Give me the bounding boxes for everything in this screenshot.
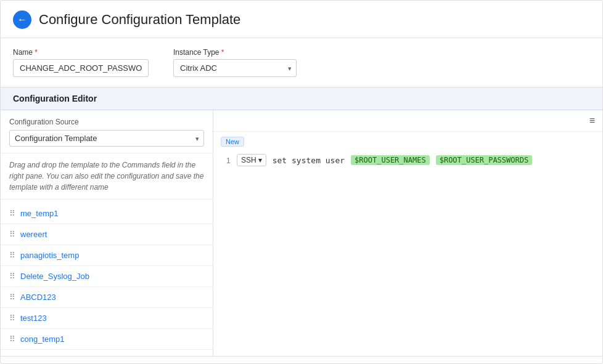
ssh-dropdown[interactable]: SSH ▾ xyxy=(237,154,266,166)
page-header: ← Configure Configuration Template xyxy=(1,1,602,38)
command-prefix: set system user xyxy=(273,156,345,165)
drag-handle-icon: ⠿ xyxy=(9,334,15,344)
template-name: wereert xyxy=(20,230,47,239)
back-button[interactable]: ← xyxy=(13,10,31,29)
config-source-select[interactable]: Configuration Template Saved Configurati… xyxy=(9,130,204,147)
instance-type-select-wrapper: Citrix ADC Citrix SD-WAN Citrix Gateway … xyxy=(173,59,297,77)
var1-badge: $ROOT_USER_NAMES xyxy=(351,155,430,165)
instance-type-group: Instance Type * Citrix ADC Citrix SD-WAN… xyxy=(173,48,297,77)
name-input[interactable] xyxy=(13,59,149,77)
template-name: test123 xyxy=(20,313,47,323)
drag-handle-icon: ⠿ xyxy=(9,293,15,302)
right-panel: ≡ New 1 SSH ▾ set system user $ROOT_USER… xyxy=(213,110,602,356)
form-row: Name * Instance Type * Citrix ADC Citrix… xyxy=(1,38,602,87)
list-item[interactable]: ⠿ panagiotis_temp xyxy=(1,245,213,266)
template-name: panagiotis_temp xyxy=(20,251,79,260)
new-badge: New xyxy=(221,137,244,147)
ssh-label: SSH xyxy=(241,156,256,164)
left-panel: Configuration Source Configuration Templ… xyxy=(1,110,213,356)
editor-body: Configuration Source Configuration Templ… xyxy=(1,110,602,357)
line-number: 1 xyxy=(221,156,231,165)
command-line: 1 SSH ▾ set system user $ROOT_USER_NAMES… xyxy=(221,154,595,166)
name-group: Name * xyxy=(13,48,149,77)
drag-handle-icon: ⠿ xyxy=(9,272,15,281)
list-item[interactable]: ⠿ me_temp1 xyxy=(1,203,213,224)
list-item[interactable]: ⠿ ABCD123 xyxy=(1,287,213,308)
list-item[interactable]: ⠿ wereert xyxy=(1,224,213,245)
template-name: Delete_Syslog_Job xyxy=(20,272,89,281)
config-editor-header: Configuration Editor xyxy=(1,87,602,110)
drag-handle-icon: ⠿ xyxy=(9,251,15,260)
list-item[interactable]: ⠿ cong_temp1 xyxy=(1,329,213,350)
config-editor-title: Configuration Editor xyxy=(13,94,97,103)
config-source-select-wrapper: Configuration Template Saved Configurati… xyxy=(9,130,204,147)
template-name: cong_temp1 xyxy=(20,334,65,344)
instance-type-required: * xyxy=(221,48,224,57)
drag-handle-icon: ⠿ xyxy=(9,230,15,239)
list-item[interactable]: ⠿ Delete_Syslog_Job xyxy=(1,266,213,287)
var2-badge: $ROOT_USER_PASSWORDS xyxy=(436,155,533,165)
hint-text: Drag and drop the template to the Comman… xyxy=(1,153,213,200)
hamburger-icon[interactable]: ≡ xyxy=(589,115,595,126)
config-source-label: Configuration Source xyxy=(9,118,204,126)
page-wrapper: ← Configure Configuration Template Name … xyxy=(0,0,603,364)
instance-type-select[interactable]: Citrix ADC Citrix SD-WAN Citrix Gateway xyxy=(173,59,297,77)
template-name: ABCD123 xyxy=(20,293,56,302)
back-icon: ← xyxy=(17,14,27,25)
right-panel-toolbar: ≡ xyxy=(213,110,602,132)
command-area: New 1 SSH ▾ set system user $ROOT_USER_N… xyxy=(213,132,602,356)
name-required: * xyxy=(35,48,38,57)
config-source-section: Configuration Source Configuration Templ… xyxy=(1,110,213,153)
name-label: Name * xyxy=(13,48,149,57)
template-name: me_temp1 xyxy=(20,209,58,218)
ssh-chevron-icon: ▾ xyxy=(258,156,262,164)
list-item[interactable]: ⠿ test123 xyxy=(1,308,213,329)
instance-type-label: Instance Type * xyxy=(173,48,297,57)
page-title: Configure Configuration Template xyxy=(39,12,240,28)
drag-handle-icon: ⠿ xyxy=(9,313,15,323)
template-list: ⠿ me_temp1 ⠿ wereert ⠿ panagiotis_temp ⠿… xyxy=(1,200,213,356)
drag-handle-icon: ⠿ xyxy=(9,209,15,218)
